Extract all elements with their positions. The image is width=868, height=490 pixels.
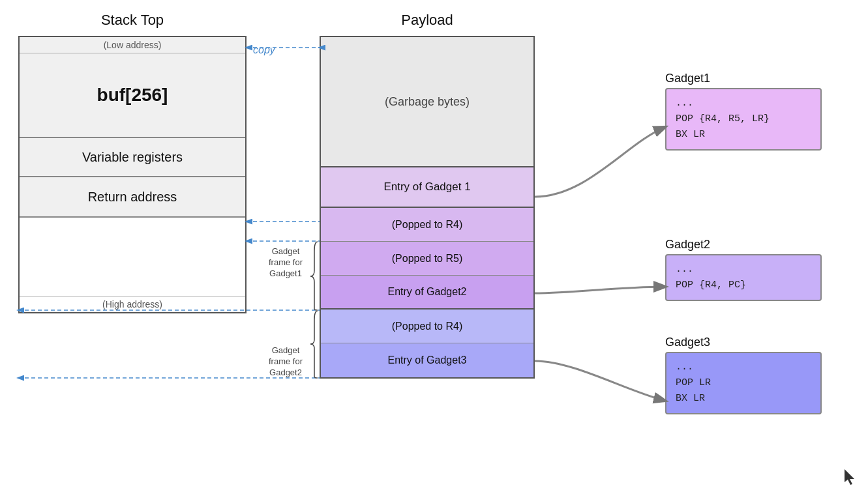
diagram-container: Stack Top (Low address) buf[256] Variabl… — [0, 0, 868, 490]
high-address-label: (High address) — [20, 296, 245, 312]
svg-marker-5 — [845, 469, 854, 485]
return-address-cell: Return address — [20, 177, 245, 218]
stack-bottom-empty — [20, 218, 245, 296]
entry-gadget2-cell: Entry of Gadget2 — [321, 276, 533, 310]
stack-top-label: Stack Top — [31, 12, 233, 29]
garbage-bytes-cell: (Garbage bytes) — [321, 37, 533, 167]
buf-cell: buf[256] — [20, 53, 245, 138]
gadget-frame-label-2: Gadgetframe forGadget2 — [260, 345, 312, 379]
gadget-frame-label-1: Gadgetframe forGadget1 — [260, 246, 312, 280]
gadget3-line2: POP LR — [676, 375, 811, 391]
gadget1-line2: POP {R4, R5, LR} — [676, 111, 811, 127]
payload-label: Payload — [320, 12, 535, 29]
payload-box: (Garbage bytes) Entry of Gadget 1 (Poppe… — [320, 36, 535, 379]
entry-gadget1-cell: Entry of Gadget 1 — [321, 167, 533, 208]
copy-label: copy — [253, 44, 275, 56]
popped-r4-b-cell: (Popped to R4) — [321, 310, 533, 343]
gadget2-line1: ... — [676, 262, 811, 278]
popped-r5-cell: (Popped to R5) — [321, 242, 533, 276]
variable-registers-cell: Variable registers — [20, 138, 245, 177]
entry-gadget3-cell: Entry of Gadget3 — [321, 343, 533, 377]
low-address-label: (Low address) — [20, 37, 245, 53]
gadget2-title: Gadget2 — [665, 238, 710, 252]
gadget3-line3: BX LR — [676, 391, 811, 407]
gadget1-title: Gadget1 — [665, 72, 710, 85]
gadget2-box: ... POP {R4, PC} — [665, 254, 822, 301]
gadget1-line3: BX LR — [676, 127, 811, 143]
gadget1-box: ... POP {R4, R5, LR} BX LR — [665, 88, 822, 151]
gadget1-line1: ... — [676, 96, 811, 111]
gadget2-line2: POP {R4, PC} — [676, 278, 811, 293]
gadget3-line1: ... — [676, 360, 811, 375]
popped-r4-a-cell: (Popped to R4) — [321, 208, 533, 242]
gadget3-box: ... POP LR BX LR — [665, 352, 822, 414]
stack-box: (Low address) buf[256] Variable register… — [18, 36, 247, 313]
gadget3-title: Gadget3 — [665, 336, 710, 349]
